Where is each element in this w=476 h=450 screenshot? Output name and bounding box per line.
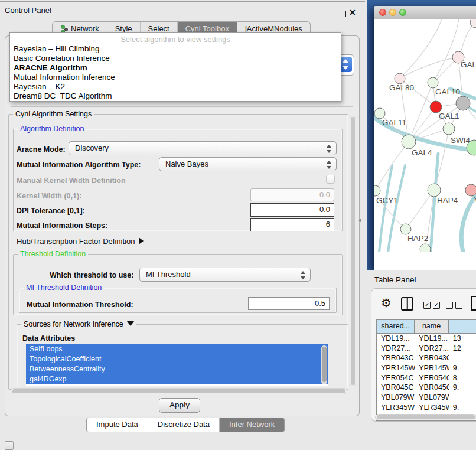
network-node-y[interactable] — [465, 184, 476, 196]
table-row[interactable]: YER054CYER054C8. — [377, 373, 476, 383]
table-cell: YER054C — [377, 373, 415, 383]
which-threshold-select[interactable]: MI Threshold — [139, 268, 311, 282]
bottom-tab-discretize-data[interactable]: Discretize Data — [148, 418, 219, 432]
column-header-shared[interactable]: shared... — [377, 320, 415, 333]
manual-kernel-checkbox[interactable] — [326, 175, 335, 184]
algorithm-option-bayesian-k2[interactable]: Bayesian – K2 — [10, 82, 341, 92]
node-label-gal10: GAL10 — [435, 87, 460, 96]
column-header-2[interactable] — [449, 320, 476, 333]
checked-checkbox-icon[interactable]: ✓ — [423, 302, 431, 309]
node-label-y: Y — [474, 195, 476, 204]
network-node-gal80[interactable] — [395, 73, 405, 84]
unchecked-checkbox-icon[interactable] — [455, 302, 462, 309]
data-attributes-label: Data Attributes — [22, 334, 75, 343]
network-node[interactable] — [456, 96, 470, 110]
node-label-gal: GAL — [461, 60, 476, 69]
mi-algorithm-type-select[interactable]: Naive Bayes — [159, 157, 337, 171]
network-edge — [433, 19, 459, 83]
mi-threshold-field[interactable]: 0.5 — [248, 297, 330, 310]
table-cell: 8. — [449, 373, 476, 383]
network-node-hap2[interactable] — [400, 224, 411, 234]
network-node-gcy1[interactable] — [374, 185, 380, 196]
sources-group-label[interactable]: Sources for Network Inference — [21, 320, 136, 328]
network-node-gal4[interactable] — [402, 135, 416, 149]
table-horizontal-scrollbar[interactable] — [375, 414, 476, 420]
network-window-titlebar[interactable] — [374, 6, 476, 19]
node-label-gal80: GAL80 — [389, 83, 414, 92]
table-cell: YDL19... — [377, 334, 415, 344]
table-cell: YBR045C — [415, 383, 448, 393]
attribute-item-betweennesscentrality[interactable]: BetweennessCentrality — [26, 364, 328, 374]
table-row[interactable]: YBR043CYBR043C — [377, 353, 476, 363]
node-label-gal4: GAL4 — [412, 148, 432, 157]
aracne-mode-value: Discovery — [75, 144, 109, 152]
table-cell — [449, 393, 476, 403]
which-threshold-value: MI Threshold — [146, 270, 191, 279]
float-window-icon[interactable] — [340, 11, 346, 17]
dpi-tolerance-field[interactable]: 0.0 — [250, 203, 334, 217]
hub-definition-toggle[interactable]: Hub/Transcription Factor Definition — [17, 237, 144, 246]
table-row[interactable]: YPR145WYPR145W9. — [377, 363, 476, 373]
close-traffic-light-icon[interactable] — [379, 9, 386, 16]
cyni-algorithm-settings-label: Cyni Algorithm Settings — [13, 110, 94, 118]
zoom-traffic-light-icon[interactable] — [399, 9, 406, 16]
sources-title: Sources for Network Inference — [24, 320, 123, 328]
table-cell: YLR345W — [415, 403, 448, 413]
checked-checkbox-icon[interactable]: ✓ — [433, 302, 440, 309]
algorithm-option-mutual-information-inference[interactable]: Mutual Information Inference — [10, 73, 341, 82]
table-panel-title: Table Panel — [374, 275, 416, 284]
network-edge — [400, 57, 458, 79]
settings-horizontal-scrollbar[interactable] — [11, 388, 347, 394]
table-cell: YPR145W — [377, 363, 415, 373]
table-row[interactable]: YDR27...YDR27...12 — [377, 344, 476, 354]
minimized-panel-icon[interactable] — [5, 441, 14, 450]
network-edge — [400, 19, 442, 79]
bottom-tab-infer-network[interactable]: Infer Network — [219, 418, 284, 432]
mi-steps-field[interactable]: 6 — [250, 218, 334, 231]
mi-steps-label: Mutual Information Steps: — [17, 221, 107, 230]
network-node[interactable] — [420, 244, 431, 252]
mi-threshold-group-label: MI Threshold Definition — [24, 283, 104, 292]
column-header-name[interactable]: name — [415, 320, 448, 333]
attribute-item-gal4rgexp[interactable]: gal4RGexp — [26, 374, 328, 384]
network-node[interactable] — [430, 101, 442, 113]
network-node-hap4[interactable] — [428, 184, 441, 197]
algorithm-option-basic-correlation-inference[interactable]: Basic Correlation Inference — [10, 54, 341, 63]
split-divider-arrow-icon[interactable] — [358, 218, 361, 223]
attributes-scrollbar[interactable] — [321, 345, 327, 384]
table-cell: YBL079W — [377, 393, 415, 403]
unchecked-checkbox-icon[interactable] — [446, 302, 453, 309]
document-icon[interactable] — [471, 296, 476, 311]
table-row[interactable]: YBL079WYBL079W — [377, 393, 476, 403]
mi-threshold-label: Mutual Information Threshold: — [27, 301, 133, 309]
attribute-item-topologicalcoefficient[interactable]: TopologicalCoefficient — [26, 354, 328, 364]
apply-button[interactable]: Apply — [159, 398, 200, 413]
expanded-arrow-icon — [127, 321, 134, 326]
table-cell: YDL19... — [415, 334, 448, 344]
bottom-tab-impute-data[interactable]: Impute Data — [87, 418, 148, 432]
algorithm-option-dream8-dc-tdc-algorithm[interactable]: Dream8 DC_TDC Algorithm — [10, 92, 341, 101]
network-node-gal1[interactable] — [443, 123, 455, 135]
network-node-gal11[interactable] — [374, 108, 385, 119]
gear-icon[interactable]: ⚙ — [381, 297, 392, 309]
attribute-item-selfloops[interactable]: SelfLoops — [26, 344, 328, 354]
kernel-width-label: Kernel Width (0,1): — [17, 192, 81, 200]
close-icon[interactable]: ✕ — [349, 8, 356, 17]
table-row[interactable]: YBR045CYBR045C9. — [377, 383, 476, 393]
network-view-window[interactable]: GALGAL80GAL10GAL11GAL1SWI4GAL4GCY1HAP4YH… — [374, 6, 476, 270]
table-row[interactable]: YDL19...YDL19...13 — [377, 334, 476, 344]
table-cell: YDR27... — [415, 344, 448, 354]
algorithm-option-aracne-algorithm[interactable]: ARACNE Algorithm — [10, 63, 341, 73]
settings-vertical-scrollbar[interactable] — [350, 116, 356, 386]
mi-algorithm-type-value: Naive Bayes — [165, 159, 208, 168]
network-graph[interactable]: GALGAL80GAL10GAL11GAL1SWI4GAL4GCY1HAP4YH… — [374, 19, 476, 252]
network-node-gal10[interactable] — [428, 77, 438, 88]
table-cell: 9. — [449, 363, 476, 373]
algorithm-option-bayesian-hill-climbing[interactable]: Bayesian – Hill Climbing — [10, 44, 341, 54]
columns-icon[interactable] — [401, 297, 413, 311]
network-node[interactable] — [470, 19, 476, 28]
minimize-traffic-light-icon[interactable] — [389, 9, 396, 16]
kernel-width-field[interactable]: 0.0 — [250, 188, 334, 201]
table-row[interactable]: YLR345WYLR345W9. — [377, 403, 476, 413]
aracne-mode-select[interactable]: Discovery — [69, 141, 337, 155]
